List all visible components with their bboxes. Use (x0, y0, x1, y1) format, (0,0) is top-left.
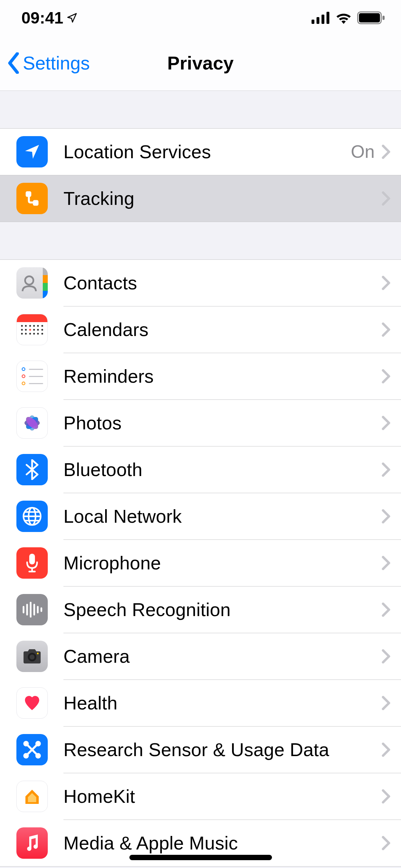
research-sensor-icon (16, 734, 48, 765)
tracking-icon (16, 183, 48, 214)
bluetooth-icon (16, 454, 48, 485)
chevron-right-icon (382, 836, 390, 850)
chevron-right-icon (382, 416, 390, 430)
group-spacer (0, 222, 401, 259)
chevron-right-icon (382, 696, 390, 710)
chevron-right-icon (382, 649, 390, 663)
svg-rect-2 (322, 15, 324, 24)
speech-recognition-icon (16, 594, 48, 625)
chevron-right-icon (382, 191, 390, 206)
svg-rect-0 (312, 20, 314, 24)
microphone-icon (16, 547, 48, 579)
row-label: Location Services (63, 141, 351, 162)
camera-icon (16, 641, 48, 672)
row-label: Local Network (63, 506, 382, 527)
status-bar: 09:41 (0, 0, 401, 36)
settings-group-2: Contacts Calendars Reminders Photos (0, 259, 401, 867)
row-research-sensor[interactable]: Research Sensor & Usage Data (0, 727, 401, 773)
chevron-right-icon (382, 369, 390, 383)
media-apple-music-icon (16, 827, 48, 859)
svg-point-9 (25, 276, 33, 284)
chevron-left-icon (6, 52, 21, 74)
row-label: Bluetooth (63, 459, 382, 480)
row-contacts[interactable]: Contacts (0, 260, 401, 306)
chevron-right-icon (382, 509, 390, 523)
chevron-right-icon (382, 463, 390, 477)
row-label: Speech Recognition (63, 599, 382, 620)
chevron-right-icon (382, 556, 390, 570)
wifi-icon (335, 12, 352, 24)
status-time-text: 09:41 (21, 8, 63, 27)
row-label: Photos (63, 412, 382, 434)
nav-bar: Settings Privacy (0, 36, 401, 91)
contacts-icon (16, 267, 48, 299)
chevron-right-icon (382, 276, 390, 290)
photos-icon (16, 407, 48, 439)
row-label: Health (63, 692, 382, 714)
svg-rect-6 (382, 16, 385, 20)
health-icon (16, 687, 48, 719)
cellular-icon (312, 12, 330, 24)
row-location-services[interactable]: Location Services On (0, 129, 401, 175)
row-label: Camera (63, 646, 382, 667)
status-indicators (312, 11, 385, 24)
svg-rect-20 (29, 554, 35, 564)
row-local-network[interactable]: Local Network (0, 493, 401, 539)
back-button[interactable]: Settings (6, 52, 90, 74)
row-homekit[interactable]: HomeKit (0, 773, 401, 820)
svg-rect-5 (359, 13, 380, 22)
row-label: Media & Apple Music (63, 832, 382, 854)
chevron-right-icon (382, 789, 390, 804)
local-network-icon (16, 501, 48, 532)
row-label: Microphone (63, 552, 382, 574)
row-label: Research Sensor & Usage Data (63, 739, 382, 760)
homekit-icon (16, 781, 48, 812)
status-time: 09:41 (21, 8, 78, 27)
group-spacer (0, 91, 401, 128)
battery-icon (357, 11, 385, 24)
svg-rect-3 (327, 12, 329, 24)
svg-rect-1 (317, 17, 319, 24)
location-services-icon (16, 136, 48, 167)
chevron-right-icon (382, 603, 390, 617)
row-camera[interactable]: Camera (0, 633, 401, 680)
row-health[interactable]: Health (0, 680, 401, 726)
svg-point-31 (37, 653, 39, 655)
svg-point-30 (30, 655, 35, 660)
reminders-icon (16, 361, 48, 392)
row-tracking[interactable]: Tracking (0, 175, 401, 222)
home-indicator[interactable] (129, 855, 272, 860)
settings-group-1: Location Services On Tracking (0, 128, 401, 222)
calendars-icon (16, 314, 48, 345)
chevron-right-icon (382, 145, 390, 159)
row-bluetooth[interactable]: Bluetooth (0, 446, 401, 493)
location-arrow-icon (66, 12, 78, 24)
row-photos[interactable]: Photos (0, 400, 401, 446)
row-label: Reminders (63, 366, 382, 387)
row-label: HomeKit (63, 786, 382, 807)
chevron-right-icon (382, 322, 390, 337)
row-label: Tracking (63, 188, 382, 209)
row-label: Contacts (63, 272, 382, 294)
row-speech-recognition[interactable]: Speech Recognition (0, 587, 401, 633)
row-label: Calendars (63, 319, 382, 340)
back-label: Settings (23, 52, 90, 74)
chevron-right-icon (382, 743, 390, 757)
row-reminders[interactable]: Reminders (0, 353, 401, 399)
row-calendars[interactable]: Calendars (0, 306, 401, 353)
row-value: On (351, 141, 375, 162)
row-microphone[interactable]: Microphone (0, 540, 401, 586)
